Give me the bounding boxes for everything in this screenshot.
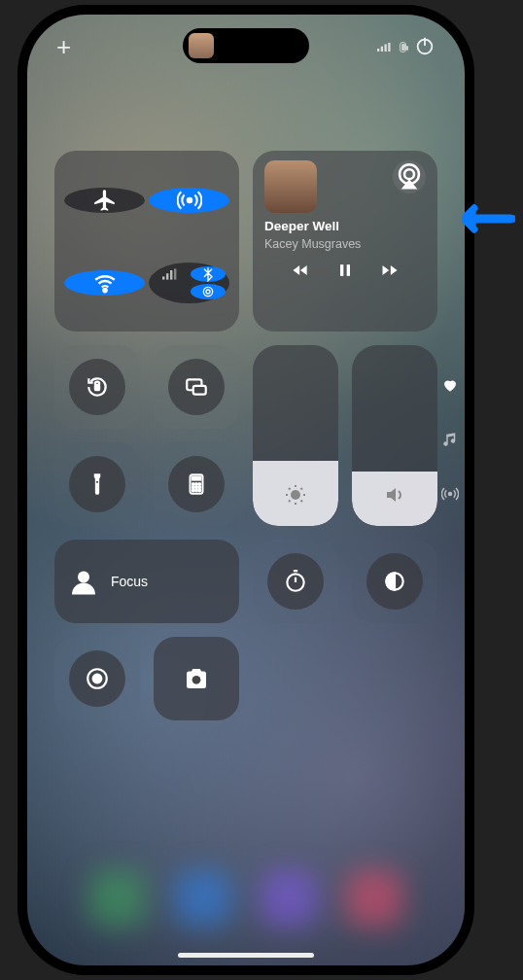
svg-point-22 [96, 481, 98, 483]
svg-point-33 [198, 489, 200, 491]
bluetooth-icon [200, 266, 216, 282]
calculator-cell [154, 442, 239, 526]
rotation-lock-icon [85, 374, 110, 400]
svg-point-39 [192, 676, 201, 684]
svg-point-40 [449, 493, 452, 496]
dynamic-island[interactable] [183, 28, 309, 63]
svg-point-30 [198, 486, 200, 488]
brightness-slider[interactable] [253, 345, 338, 526]
svg-point-32 [195, 489, 197, 491]
dark-mode-button[interactable] [366, 553, 423, 610]
calculator-icon [184, 472, 209, 497]
album-art [264, 160, 317, 213]
airplane-mode-toggle[interactable] [64, 188, 145, 213]
phone-frame: + [17, 5, 474, 975]
svg-point-27 [198, 483, 200, 485]
speaker-icon [383, 483, 406, 507]
pause-icon [335, 261, 355, 280]
battery-icon [400, 42, 406, 52]
home-indicator[interactable] [178, 953, 314, 958]
svg-rect-11 [174, 268, 176, 279]
calculator-button[interactable] [168, 456, 225, 512]
page-rail[interactable] [441, 376, 459, 507]
orientation-lock-button[interactable] [69, 359, 125, 415]
airdrop-toggle[interactable] [149, 188, 229, 213]
timer-button[interactable] [267, 553, 324, 610]
svg-rect-10 [170, 270, 172, 280]
svg-rect-1 [381, 47, 383, 52]
power-button[interactable] [414, 35, 436, 59]
airplay-icon [393, 160, 426, 193]
sun-icon [284, 483, 307, 507]
broadcast-icon [441, 485, 459, 503]
focus-button[interactable]: Focus [54, 540, 239, 623]
dark-mode-cell [352, 540, 437, 623]
screen-mirroring-cell [154, 345, 239, 429]
svg-rect-20 [193, 386, 206, 395]
svg-rect-17 [347, 264, 350, 276]
svg-point-15 [404, 169, 414, 179]
camera-button[interactable] [154, 637, 239, 720]
callout-arrow [462, 204, 515, 233]
track-title: Deeper Well [264, 219, 426, 233]
music-note-icon [441, 431, 459, 448]
airdrop-icon [177, 188, 202, 213]
bluetooth-toggle[interactable] [191, 266, 227, 282]
svg-rect-16 [340, 264, 343, 276]
flashlight-button[interactable] [69, 456, 125, 512]
svg-rect-24 [192, 476, 201, 479]
rail-music[interactable] [441, 431, 459, 452]
airplane-icon [92, 188, 118, 213]
svg-point-6 [187, 197, 191, 201]
svg-point-38 [93, 675, 102, 683]
svg-point-21 [292, 491, 299, 499]
previous-track-button[interactable] [291, 261, 310, 284]
focus-label: Focus [111, 574, 148, 589]
cellular-cluster[interactable] [149, 262, 229, 303]
airplay-button[interactable] [393, 160, 426, 193]
screen-mirroring-button[interactable] [168, 359, 225, 415]
screen-record-button[interactable] [69, 650, 125, 707]
rail-connectivity[interactable] [441, 485, 459, 507]
personal-hotspot-toggle[interactable] [191, 284, 227, 299]
cellular-bars-icon [162, 266, 178, 282]
svg-point-28 [192, 486, 194, 488]
next-track-button[interactable] [380, 261, 400, 284]
svg-point-12 [206, 290, 210, 294]
svg-point-13 [203, 287, 212, 296]
wifi-toggle[interactable] [64, 270, 145, 296]
play-pause-button[interactable] [335, 261, 355, 284]
camera-icon [182, 664, 211, 693]
flashlight-icon [85, 472, 110, 497]
forward-icon [380, 261, 400, 280]
volume-slider[interactable] [352, 345, 437, 526]
connectivity-module[interactable] [54, 151, 239, 332]
svg-point-31 [192, 489, 194, 491]
svg-rect-9 [166, 273, 168, 279]
screen-record-cell [54, 637, 140, 720]
svg-rect-41 [472, 214, 513, 223]
cellular-data-toggle[interactable] [153, 266, 189, 282]
svg-rect-0 [377, 49, 379, 52]
svg-point-26 [195, 483, 197, 485]
now-playing-module[interactable]: Deeper Well Kacey Musgraves [253, 151, 437, 332]
flashlight-cell [54, 442, 140, 526]
svg-rect-3 [388, 43, 390, 52]
vpn-toggle[interactable] [153, 284, 189, 299]
focus-person-icon [66, 564, 101, 599]
svg-point-35 [287, 574, 303, 590]
heart-icon [441, 376, 459, 394]
timer-icon [283, 569, 308, 594]
record-icon [85, 666, 110, 691]
dock-blur [27, 820, 465, 965]
svg-point-7 [103, 288, 106, 291]
add-control-button[interactable]: + [56, 32, 71, 62]
svg-point-34 [78, 572, 89, 583]
svg-rect-18 [95, 385, 99, 390]
svg-point-25 [192, 483, 194, 485]
hotspot-icon [200, 284, 216, 299]
control-center-screen: + [27, 15, 465, 965]
wifi-icon [92, 270, 118, 296]
rail-favorites[interactable] [441, 376, 459, 398]
screen-mirroring-icon [184, 374, 209, 400]
